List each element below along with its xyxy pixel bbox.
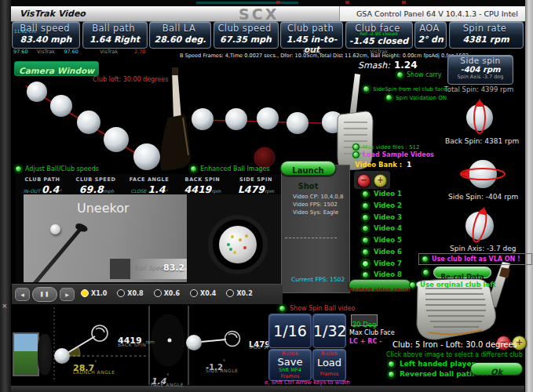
left-handed-toggle[interactable]: Left handed player	[388, 360, 475, 368]
launch-trajectory-trace	[26, 82, 160, 170]
bottom-window-strip	[11, 386, 524, 392]
roll-trajectory-trace	[192, 107, 347, 134]
scx-logo: SCX	[239, 5, 279, 23]
video-item-4[interactable]: Video 4	[362, 224, 402, 232]
tile-spin-rate: Spin rate 4381 rpm	[449, 21, 524, 54]
titlebar: VisTrak Video SCX GSA Control Panel 64 V…	[11, 6, 524, 22]
camera-club-shaft	[30, 227, 82, 282]
load-button[interactable]: R-click Load Frames	[312, 349, 346, 381]
use-club-loft-vla-toggle[interactable]: Use club loft as VLA ON !	[418, 253, 532, 265]
video-bank-label: Video Bank : 1	[355, 161, 411, 169]
camera-window-button[interactable]: Camera Window	[14, 61, 99, 76]
tile-club-face: Club face Ref -2.90 closed -1.45 closed …	[345, 21, 413, 54]
speed-x0.6-radio[interactable]: X0.6	[154, 289, 180, 297]
tile-ball-la: Ball LA 28.60 deg.	[149, 21, 211, 54]
recal-data-button[interactable]: Re-cal Data	[433, 267, 491, 278]
side-spin-readout: Side Spin: -404 rpm	[448, 193, 518, 201]
show-spin-ball-toggle[interactable]: Show Spin Ball video	[279, 305, 355, 312]
tile-side-spin: Side spin -404 rpm Spin Axis -3.7 deg	[447, 55, 513, 85]
speed-radio-group: X1.0 X0.8 X0.6 X0.4 X0.2	[81, 289, 253, 297]
lc-rc-label: LC + RC -	[349, 338, 381, 345]
video-bank-stepper: − +	[354, 171, 390, 189]
step-back-button[interactable]: ◀	[15, 288, 30, 301]
total-spin-text: Total Spin: 4399 rpm	[444, 85, 513, 93]
load-sample-videos-button[interactable]: Load Sample Videos	[352, 151, 434, 158]
video-cp-text: Video CP: 10,4,0,8	[293, 194, 343, 200]
frame-1-16-button[interactable]: 1/16	[268, 314, 312, 348]
frame-1-32-button[interactable]: 1/32	[312, 314, 346, 348]
ball-closeup-view	[187, 194, 283, 289]
impact-sideangle-label: SIDE ANGLE	[206, 368, 238, 373]
video-bank-plus-button[interactable]: +	[374, 174, 387, 187]
uneekor-watermark: Uneekor	[77, 201, 130, 216]
video-item-2[interactable]: Video 2	[362, 201, 402, 209]
sim-thumbnail	[13, 332, 39, 376]
smash-readout: Smash: 1.24	[358, 56, 418, 71]
right-window-strip	[524, 0, 533, 392]
playback-bar: ◀ ❚❚ ▶ X1.0 X0.8 X0.6 X0.4 X0.2	[12, 284, 283, 304]
club-info-text: Club: 5 Iron - Loft: 30.0 degrees	[392, 340, 517, 349]
vistrak-app-window: × VisTrak Video SCX GSA Control Panel 64…	[0, 0, 533, 392]
restart-video-count-button[interactable]: Restart video count	[349, 279, 411, 292]
tile-ball-speed: Ball speed 11.62 cm 83.40 mph 97.60VisTr…	[12, 21, 80, 54]
video-item-5[interactable]: Video 5	[362, 236, 402, 244]
back-spin-ball	[466, 99, 493, 133]
back-spin-readout: Back Spin: 4381 rpm	[445, 137, 519, 145]
video-item-7[interactable]: Video 7	[362, 260, 402, 267]
speed-x0.2-radio[interactable]: X0.2	[226, 289, 252, 297]
spin-axis-ball	[465, 205, 494, 243]
club-loft-text: Club loft: 30.00 degrees	[93, 76, 168, 83]
speed-x1.0-radio[interactable]: X1.0	[81, 289, 107, 297]
sidespin-from-face-toggle[interactable]: SideSpin from rel club face	[363, 85, 447, 93]
resize-hint-text: e, Shft Ctrl Arrow keys to width	[265, 379, 350, 386]
video-item-8[interactable]: Video 8	[362, 270, 402, 278]
impact-launch-label: LAUNCH ANGLE	[73, 369, 115, 375]
save-button[interactable]: R-click Save Shft MP4 Frames	[268, 349, 312, 381]
adjust-speeds-toggle[interactable]: Adjust Ball/Club speeds	[15, 165, 99, 172]
tile-aoa: AOA 2° dn	[414, 21, 447, 54]
tile-ball-path: Ball path 1.64 Right VisTrak2.70	[82, 21, 148, 54]
uneekor-camera-view: Uneekor Ball Speed 83.2 mph	[24, 194, 187, 282]
uneekor-panel: CLUB PATH IN-OUT0.4° CLUB SPEED 69.8mph …	[16, 174, 283, 289]
impact-face-label: FACE ANGLE	[151, 382, 184, 387]
speed-x0.8-radio[interactable]: X0.8	[117, 289, 143, 297]
video-sys-text: Video Sys: Eagle	[293, 209, 338, 216]
club-select-hint[interactable]: Click above image to select a different …	[386, 351, 523, 358]
recal-data-row: Re-cal Data	[422, 267, 491, 278]
metric-tiles-row: Ball speed 11.62 cm 83.40 mph 97.60VisTr…	[12, 21, 524, 54]
tile-club-path: Club path 1.45 in-to-out VisTrak	[280, 21, 343, 54]
window-title: VisTrak Video	[20, 9, 86, 19]
side-spin-ball	[460, 160, 505, 188]
golfer-silhouette	[38, 334, 52, 375]
current-fps-text: Current FPS: 1502	[291, 276, 345, 283]
use-original-loft-toggle[interactable]: Use orginal club loft	[409, 281, 496, 289]
spin-axis-readout: Spin Axis: -3.7 deg	[450, 245, 516, 252]
titlebar-info: GSA Control Panel 64 V 10.4.1.3 - CPU In…	[356, 9, 518, 18]
camera-ballspeed-bar: Ball Speed 83.2 mph	[110, 259, 187, 279]
divider	[285, 238, 337, 238]
show-carry-led	[396, 71, 403, 78]
camera-ball	[50, 224, 60, 234]
deg20-badge[interactable]: 20 Deg	[351, 314, 378, 326]
background-close-icon: ×	[2, 302, 8, 310]
enhanced-images-toggle[interactable]: Enhanced Ball Images	[190, 165, 270, 172]
uneekor-stats-header: CLUB PATH IN-OUT0.4° CLUB SPEED 69.8mph …	[16, 174, 283, 194]
ok-button[interactable]: Ok	[470, 362, 523, 376]
video-item-1[interactable]: Video 1	[362, 190, 402, 198]
max-club-face-label: Max Club Face	[349, 329, 395, 336]
video-item-3[interactable]: Video 3	[362, 213, 402, 221]
max-video-files-toggle[interactable]: Max video files : 512	[352, 143, 420, 151]
video-bank-minus-button[interactable]: −	[357, 174, 371, 187]
spin-validation-toggle[interactable]: Spin Validation ON	[385, 94, 447, 101]
left-window-strip	[0, 0, 12, 392]
show-carry-toggle[interactable]: Show carry	[396, 71, 442, 78]
video-item-6[interactable]: Video 6	[362, 248, 402, 256]
step-forward-button[interactable]: ▶	[60, 288, 75, 301]
impact-backspin-label: BACK SPIN	[118, 342, 146, 347]
frames-info-text: B Speed Frames: 4,Time 0.0027 secs., Dfo…	[180, 53, 469, 59]
video-fps-text: Video FPS: 1502	[293, 201, 338, 208]
pause-button[interactable]: ❚❚	[32, 287, 57, 302]
launch-shot-button[interactable]: Launch Shot	[280, 161, 336, 176]
closeup-ball	[219, 226, 257, 263]
speed-x0.4-radio[interactable]: X0.4	[190, 289, 216, 297]
